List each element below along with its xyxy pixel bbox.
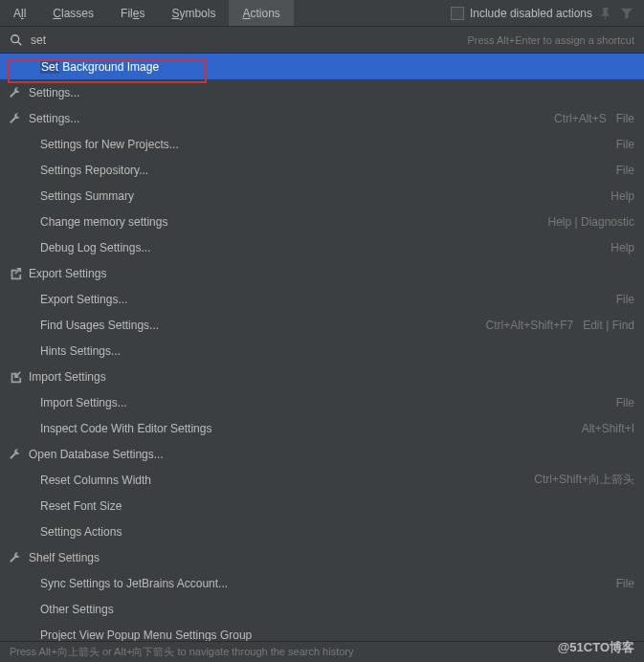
result-label: Open Database Settings...: [29, 448, 634, 461]
none-icon: [19, 292, 34, 307]
result-item[interactable]: Export Settings: [0, 260, 644, 286]
none-icon: [19, 576, 34, 591]
result-label: Debug Log Settings...: [40, 241, 601, 254]
footer-hint: Press Alt+向上箭头 or Alt+向下箭头 to navigate t…: [0, 641, 644, 662]
watermark: @51CTO博客: [558, 639, 634, 656]
result-label: Inspect Code With Editor Settings: [40, 422, 576, 435]
tab-symbols[interactable]: Symbols: [158, 0, 229, 26]
include-disabled-checkbox[interactable]: [451, 7, 464, 20]
none-icon: [19, 421, 34, 436]
none-icon: [19, 395, 34, 410]
none-icon: [19, 473, 34, 488]
result-item[interactable]: Debug Log Settings...Help: [0, 234, 644, 260]
none-icon: [19, 163, 34, 178]
tab-actions[interactable]: Actions: [229, 0, 293, 26]
none-icon: [19, 318, 34, 333]
wrench-icon: [8, 550, 23, 565]
search-row: Press Alt+Enter to assign a shortcut: [0, 27, 644, 54]
result-label: Settings...: [29, 112, 548, 125]
svg-point-0: [11, 34, 19, 42]
result-item[interactable]: Open Database Settings...: [0, 441, 644, 467]
tab-all[interactable]: All: [0, 0, 39, 26]
result-shortcut: Ctrl+Shift+向上箭头: [534, 472, 634, 488]
result-context: File: [607, 293, 634, 306]
result-item[interactable]: Settings Repository...File: [0, 157, 644, 183]
svg-line-1: [18, 41, 22, 45]
include-disabled-label: Include disabled actions: [470, 7, 592, 20]
result-item[interactable]: Shelf Settings: [0, 544, 644, 570]
none-icon: [19, 498, 34, 514]
shortcut-hint: Press Alt+Enter to assign a shortcut: [467, 34, 634, 46]
result-label: Reset Font Size: [40, 499, 634, 513]
none-icon: [19, 59, 34, 75]
result-label: Other Settings: [40, 603, 634, 616]
result-shortcut: Alt+Shift+I: [582, 422, 634, 435]
result-context: File: [607, 396, 634, 409]
result-context: File: [607, 577, 634, 590]
result-item[interactable]: Find Usages Settings...Ctrl+Alt+Shift+F7…: [0, 312, 644, 338]
none-icon: [19, 343, 34, 359]
footer-text: Press Alt+向上箭头 or Alt+向下箭头 to navigate t…: [10, 645, 354, 659]
search-icon: [10, 33, 23, 47]
search-input[interactable]: [31, 33, 467, 47]
result-item[interactable]: Set Background Image: [0, 54, 644, 79]
result-item[interactable]: Import Settings: [0, 364, 644, 389]
export-icon: [8, 266, 23, 281]
result-label: Sync Settings to JetBrains Account...: [40, 577, 607, 590]
filter-icon[interactable]: [619, 6, 634, 21]
result-context: File: [607, 112, 634, 125]
none-icon: [19, 188, 34, 204]
result-context: Help: [601, 189, 634, 203]
results-list: Set Background ImageSettings...Settings.…: [0, 54, 644, 648]
none-icon: [19, 137, 34, 152]
result-item[interactable]: Sync Settings to JetBrains Account...Fil…: [0, 570, 644, 596]
result-item[interactable]: Settings for New Projects...File: [0, 131, 644, 157]
result-label: Settings for New Projects...: [40, 138, 607, 151]
result-label: Reset Columns Width: [40, 474, 528, 487]
tabs-bar: AllClassesFilesSymbolsActions Include di…: [0, 0, 644, 27]
result-label: Settings...: [29, 86, 634, 99]
tab-files[interactable]: Files: [107, 0, 158, 26]
result-item[interactable]: Settings...Ctrl+Alt+SFile: [0, 105, 644, 131]
result-item[interactable]: Other Settings: [0, 596, 644, 622]
result-context: Edit | Find: [573, 319, 634, 332]
result-label: Settings Repository...: [40, 164, 607, 177]
none-icon: [19, 240, 34, 255]
wrench-icon: [8, 447, 23, 462]
result-label: Export Settings...: [40, 293, 607, 306]
result-item[interactable]: Reset Columns WidthCtrl+Shift+向上箭头: [0, 467, 644, 493]
pin-icon[interactable]: [598, 6, 613, 21]
result-item[interactable]: Change memory settingsHelp | Diagnostic: [0, 209, 644, 234]
result-context: File: [607, 138, 634, 151]
result-context: Help: [601, 241, 634, 254]
none-icon: [19, 214, 34, 230]
none-icon: [19, 602, 34, 617]
result-label: Settings Actions: [40, 525, 634, 539]
result-label: Find Usages Settings...: [40, 319, 479, 332]
import-icon: [8, 369, 23, 385]
result-label: Project View Popup Menu Settings Group: [40, 629, 634, 642]
result-label: Set Background Image: [40, 60, 634, 74]
result-label: Import Settings...: [40, 396, 607, 409]
wrench-icon: [8, 111, 23, 126]
result-label: Settings Summary: [40, 189, 601, 203]
result-label: Export Settings: [29, 267, 634, 280]
result-item[interactable]: Hints Settings...: [0, 338, 644, 364]
result-context: Help | Diagnostic: [539, 215, 635, 229]
result-item[interactable]: Reset Font Size: [0, 493, 644, 519]
tab-classes[interactable]: Classes: [39, 0, 107, 26]
result-item[interactable]: Export Settings...File: [0, 286, 644, 312]
result-label: Change memory settings: [40, 215, 539, 229]
result-item[interactable]: Import Settings...File: [0, 389, 644, 415]
result-context: File: [607, 164, 634, 177]
result-label: Import Settings: [29, 370, 634, 384]
result-label: Shelf Settings: [29, 551, 634, 564]
result-label: Hints Settings...: [40, 344, 634, 358]
result-item[interactable]: Settings Actions: [0, 519, 644, 544]
result-shortcut: Ctrl+Alt+Shift+F7: [485, 319, 573, 332]
result-item[interactable]: Settings SummaryHelp: [0, 183, 644, 209]
none-icon: [19, 524, 34, 540]
result-item[interactable]: Settings...: [0, 79, 644, 105]
result-shortcut: Ctrl+Alt+S: [554, 112, 607, 125]
result-item[interactable]: Inspect Code With Editor SettingsAlt+Shi…: [0, 415, 644, 441]
